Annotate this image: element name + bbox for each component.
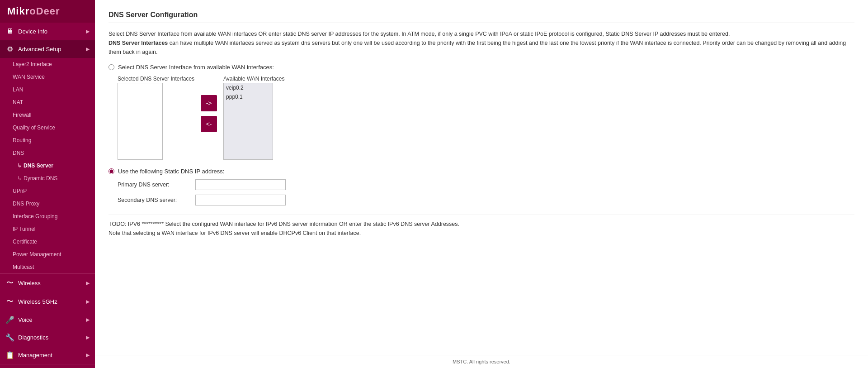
- logo-text: MikroDeer: [7, 5, 60, 17]
- main-content: DNS Server Configuration Select DNS Serv…: [95, 0, 868, 368]
- sidebar-item-wan-service[interactable]: WAN Service: [0, 71, 95, 83]
- sidebar-item-multicast[interactable]: Multicast: [0, 261, 95, 273]
- device-info-icon: 🖥: [5, 27, 14, 35]
- sidebar-item-routing[interactable]: Routing: [0, 134, 95, 147]
- sidebar-item-wireless-5ghz[interactable]: 〜 Wireless 5GHz ▶: [0, 292, 95, 311]
- option2-radio-label[interactable]: Use the following Static DNS IP address:: [108, 168, 854, 175]
- sidebar-item-device-info[interactable]: 🖥 Device Info ▶: [0, 23, 95, 40]
- list-item[interactable]: ppp0.1: [224, 92, 273, 101]
- option1-radio-label[interactable]: Select DNS Server Interface from availab…: [108, 64, 854, 71]
- logo: MikroDeer: [0, 0, 95, 23]
- sidebar-item-dns[interactable]: DNS: [0, 147, 95, 159]
- diagnostics-icon: 🔧: [5, 333, 14, 342]
- voice-icon: 🎤: [5, 315, 14, 324]
- advanced-setup-icon: ⚙: [5, 45, 14, 53]
- list-item[interactable]: veip0.2: [224, 83, 273, 92]
- sidebar-item-voice[interactable]: 🎤 Voice ▶: [0, 311, 95, 329]
- chevron-right-icon: ▶: [86, 352, 90, 358]
- sidebar-item-label: Diagnostics: [18, 334, 48, 341]
- sidebar-item-wireless[interactable]: 〜 Wireless ▶: [0, 274, 95, 292]
- primary-dns-label: Primary DNS server:: [118, 182, 190, 188]
- add-arrow-button[interactable]: ->: [201, 95, 217, 111]
- chevron-right-icon: ▶: [86, 335, 90, 340]
- sidebar-item-label: Voice: [18, 316, 33, 323]
- wan-interface-section: Selected DNS Server Interfaces -> <- Ava…: [118, 75, 854, 160]
- sidebar-item-dns-server[interactable]: ↳ DNS Server: [0, 159, 95, 172]
- sidebar-item-label: Advanced Setup: [18, 46, 61, 53]
- sidebar-item-interface-grouping[interactable]: Interface Grouping: [0, 210, 95, 223]
- todo-text: TODO: IPV6 ********** Select the configu…: [108, 215, 854, 238]
- wireless5ghz-icon: 〜: [5, 297, 14, 306]
- sidebar-item-dns-proxy[interactable]: DNS Proxy: [0, 197, 95, 210]
- footer-text: MSTC. All rights reserved.: [95, 355, 868, 368]
- sidebar-item-power-management[interactable]: Power Management: [0, 248, 95, 261]
- wireless-icon: 〜: [5, 278, 14, 288]
- sidebar-item-label: Wireless 5GHz: [18, 298, 57, 305]
- sidebar: MikroDeer 🖥 Device Info ▶ ⚙ Advanced Set…: [0, 0, 95, 368]
- option1-radio[interactable]: [108, 64, 114, 70]
- primary-dns-row: Primary DNS server:: [118, 179, 854, 190]
- remove-arrow-button[interactable]: <-: [201, 116, 217, 132]
- option2-radio[interactable]: [108, 168, 114, 174]
- chevron-right-icon: ▶: [86, 299, 90, 305]
- sidebar-item-ip-tunnel[interactable]: IP Tunnel: [0, 223, 95, 235]
- chevron-right-icon: ▶: [86, 29, 90, 34]
- sidebar-item-certificate[interactable]: Certificate: [0, 235, 95, 248]
- dns-option-2: Use the following Static DNS IP address:…: [108, 168, 854, 206]
- secondary-dns-input[interactable]: [195, 195, 286, 206]
- sidebar-item-management[interactable]: 📋 Management ▶: [0, 346, 95, 364]
- sidebar-item-quality-of-service[interactable]: Quality of Service: [0, 121, 95, 134]
- chevron-right-icon: ▶: [86, 317, 90, 323]
- available-wan-listbox[interactable]: veip0.2 ppp0.1: [223, 83, 273, 160]
- sidebar-item-firewall[interactable]: Firewall: [0, 109, 95, 121]
- sidebar-item-diagnostics[interactable]: 🔧 Diagnostics ▶: [0, 329, 95, 346]
- transfer-buttons: -> <-: [201, 75, 217, 152]
- secondary-dns-label: Secondary DNS server:: [118, 197, 190, 203]
- sidebar-item-upnp[interactable]: UPnP: [0, 185, 95, 197]
- chevron-right-icon: ▶: [86, 280, 90, 286]
- chevron-right-icon: ▶: [86, 46, 90, 52]
- description-text: Select DNS Server Interface from availab…: [108, 29, 854, 57]
- sidebar-item-dynamic-dns[interactable]: ↳ Dynamic DNS: [0, 172, 95, 185]
- primary-dns-input[interactable]: [195, 179, 286, 190]
- sidebar-item-label: Management: [18, 352, 52, 358]
- sidebar-item-lan[interactable]: LAN: [0, 83, 95, 96]
- page-title: DNS Server Configuration: [108, 11, 854, 23]
- selected-dns-label: Selected DNS Server Interfaces: [118, 75, 194, 83]
- arrow-icon: ↳: [17, 175, 22, 182]
- sidebar-item-label: Device Info: [18, 28, 47, 35]
- selected-dns-listbox[interactable]: [118, 83, 163, 160]
- management-icon: 📋: [5, 351, 14, 359]
- sidebar-item-label: Wireless: [18, 280, 41, 287]
- secondary-dns-row: Secondary DNS server:: [118, 195, 854, 206]
- sidebar-item-advanced-setup[interactable]: ⚙ Advanced Setup ▶: [0, 40, 95, 58]
- available-wan-label: Available WAN Interfaces: [223, 75, 284, 83]
- dns-option-1: Select DNS Server Interface from availab…: [108, 64, 854, 160]
- sidebar-item-nat[interactable]: NAT: [0, 96, 95, 109]
- sidebar-item-layer2-interface[interactable]: Layer2 Interface: [0, 58, 95, 71]
- arrow-icon: ↳: [17, 162, 22, 169]
